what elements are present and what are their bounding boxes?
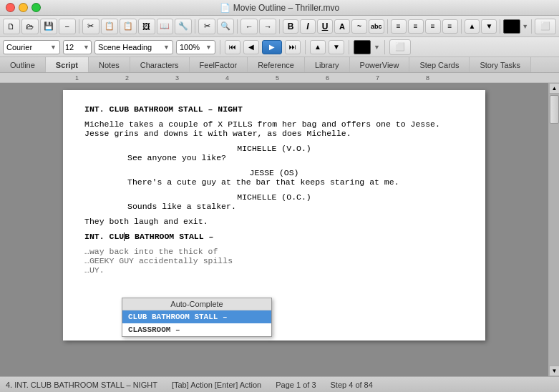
document-icon: 📄 [220,3,230,13]
separator2 [195,19,195,34]
cut-button[interactable]: ✂ [82,19,99,34]
font-name: Courier [6,43,32,52]
search-button[interactable]: 🔍 [217,19,234,34]
style-selector[interactable]: Scene Heading ▼ [94,40,173,54]
down-arrow-button[interactable]: ▼ [329,40,344,54]
text-color-dropdown[interactable]: ▼ [374,44,380,51]
doc-area[interactable]: INT. CLUB BATHROOM STALL – NIGHT Michell… [0,83,548,376]
tab-characters[interactable]: Characters [130,57,190,72]
titlebar: 📄 Movie Outline – Thriller.mvo [0,0,559,16]
scroll-thumb[interactable] [550,95,559,124]
copy-button[interactable]: 📋 [101,19,118,34]
toolbar1: 🗋 🗁 💾 − ✂ 📋 📋 🖼 📖 🔧 ✂ 🔍 ← → B I U A ~ ab… [0,16,559,37]
justify-button[interactable]: ≡ [442,19,458,34]
font-selector[interactable]: Courier ▼ [3,40,60,54]
zoom-value: 100% [180,43,200,52]
bold-button[interactable]: B [283,19,298,34]
separator4 [279,19,280,34]
scroll-down-arrow[interactable]: ▼ [549,366,559,376]
color-dropdown-arrow[interactable]: ▼ [522,23,528,30]
ruler-mark-1: 1 [75,74,79,82]
nav-prev-button[interactable]: ◀ [243,40,259,54]
statusbar: 4. INT. CLUB BATHROOM STALL – NIGHT [Tab… [0,376,559,392]
paste-button[interactable]: 📋 [120,19,137,34]
tab-outline[interactable]: Outline [0,57,46,72]
new-button[interactable]: 🗋 [3,19,20,34]
book-button[interactable]: 📖 [157,19,174,34]
scroll-track[interactable] [549,94,559,366]
nav-first-button[interactable]: ⏮ [225,40,240,54]
tabbar: Outline Script Notes Characters FeelFact… [0,57,559,73]
tab-powerView[interactable]: PowerView [350,57,410,72]
ruler-mark-2: 2 [125,74,129,82]
align-right-button[interactable]: ≡ [425,19,441,34]
tab-reference[interactable]: Reference [248,57,305,72]
redo-button[interactable]: → [259,19,276,34]
ruler-mark-6: 6 [326,74,329,82]
scrollbar-vertical[interactable]: ▲ ▼ [548,83,559,376]
decrease-indent-button[interactable]: ▼ [481,19,497,34]
autocomplete-header: Auto-Complete [122,298,271,310]
nav-forward-button[interactable]: ▶ [262,40,282,54]
font-size-selector[interactable]: 12 ▼ [63,40,92,54]
separator6 [461,19,462,34]
undo-button[interactable]: ← [240,19,258,34]
text-cursor [124,232,125,241]
tab-outline-label: Outline [10,61,35,69]
underline-button[interactable]: U [317,19,333,34]
abc-button[interactable]: abc [369,19,384,34]
image-button[interactable]: 🖼 [138,19,155,34]
tab-stepCards[interactable]: Step Cards [409,57,470,72]
tab-library[interactable]: Library [305,57,350,72]
color-text-button[interactable]: A [334,19,350,34]
style-dropdown-arrow: ▼ [163,44,170,51]
tab-script[interactable]: Script [46,57,89,72]
action-hint: [Tab] Action [Enter] Action [172,381,261,389]
extra-button[interactable]: ⬜ [535,19,556,34]
settings-button[interactable]: 🔧 [175,19,192,34]
tab-feelFactor[interactable]: FeelFactor [190,57,248,72]
minimize-button[interactable] [19,3,28,12]
zoom-selector[interactable]: 100% ▼ [176,40,215,54]
strikethrough-button[interactable]: ~ [351,19,367,34]
toolbar2: Courier ▼ 12 ▼ Scene Heading ▼ 100% ▼ ⏮ … [0,37,559,57]
open-button[interactable]: 🗁 [21,19,39,34]
save-button[interactable]: 💾 [40,19,57,34]
autocomplete-item-2[interactable]: CLASSROOM – [122,323,271,336]
text-color-box[interactable] [354,40,371,54]
autocomplete-popup[interactable]: Auto-Complete CLUB BATHROOM STALL – CLAS… [122,298,272,337]
zoom-dropdown-arrow: ▼ [205,44,212,51]
action-text-3: …way back into the thick of…GEEKY GUY ac… [84,247,464,275]
separator7 [500,19,500,34]
tab-stepCards-label: Step Cards [419,61,459,69]
close-button[interactable] [6,3,15,12]
color-picker[interactable] [503,19,520,34]
tab-notes[interactable]: Notes [89,57,130,72]
size-dropdown-arrow: ▼ [83,44,89,51]
tab-library-label: Library [315,61,339,69]
autocomplete-item-1[interactable]: CLUB BATHROOM STALL – [122,310,271,323]
ruler-content: 1 2 3 4 5 6 7 8 [57,73,559,82]
action-text-2: They both laugh and exit. [84,217,464,226]
character-jesse-os: JESSE (OS) [84,168,464,177]
toolbar2-sep4 [384,40,385,54]
script-page[interactable]: INT. CLUB BATHROOM STALL – NIGHT Michell… [63,90,485,340]
extra-right-button[interactable]: ⬜ [389,39,411,55]
maximize-button[interactable] [31,3,41,12]
tab-powerView-label: PowerView [360,61,399,69]
align-left-button[interactable]: ≡ [391,19,407,34]
minus-button[interactable]: − [59,19,76,34]
increase-indent-button[interactable]: ▲ [465,19,480,34]
tab-feelFactor-label: FeelFactor [200,61,238,69]
up-arrow-button[interactable]: ▲ [310,40,326,54]
separator8 [531,19,532,34]
align-center-button[interactable]: ≡ [408,19,424,34]
tab-storyTasks[interactable]: Story Tasks [470,57,531,72]
italic-button[interactable]: I [300,19,316,34]
scissors-button[interactable]: ✂ [198,19,215,34]
scroll-up-arrow[interactable]: ▲ [549,83,559,94]
nav-last-button[interactable]: ⏭ [285,40,301,54]
scene-heading-2: INT. CLUB BATHROOM STALL – [84,232,464,241]
dialogue-jesse-os: There's a cute guy at the bar that keeps… [127,177,435,187]
ruler: 1 2 3 4 5 6 7 8 [0,73,559,83]
